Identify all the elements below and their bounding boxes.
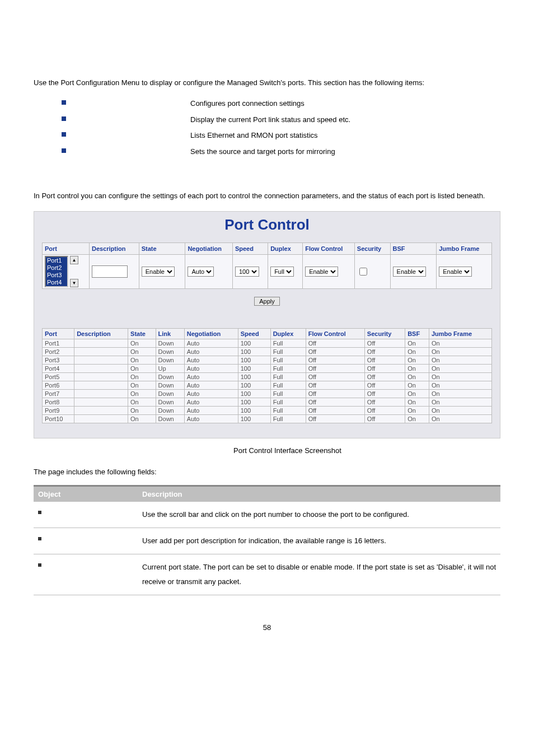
status-cell: On: [429, 415, 491, 423]
status-cell: Down: [156, 373, 184, 381]
feature-item: Port Mirroring Sets the source and targe…: [62, 144, 500, 160]
status-cell: Off: [306, 407, 364, 415]
status-cell: 100: [238, 398, 270, 407]
scroll-up-button[interactable]: ▲: [70, 256, 78, 264]
status-cell: Down: [156, 398, 184, 407]
duplex-select[interactable]: Full: [270, 267, 294, 277]
status-row: Port7OnDownAuto100FullOffOffOnOn: [43, 390, 492, 398]
status-cell: [74, 365, 128, 373]
col-description: Description: [89, 243, 139, 255]
status-cell: Auto: [184, 390, 238, 398]
port-config-table: Port Description State Negotiation Speed…: [42, 242, 492, 289]
status-cell: On: [405, 381, 429, 390]
bsf-select[interactable]: Enable: [393, 267, 426, 277]
status-cell: 100: [238, 415, 270, 423]
status-cell: Auto: [184, 348, 238, 356]
feature-desc: Display the current Port link status and…: [190, 115, 350, 124]
feature-desc: Sets the source and target ports for mir…: [190, 147, 335, 156]
obj-header-row: Object Description: [34, 486, 500, 502]
status-cell: On: [405, 339, 429, 348]
status-cell: Down: [156, 415, 184, 423]
status-cell: On: [405, 398, 429, 407]
status-cell: Down: [156, 381, 184, 390]
status-cell: Auto: [184, 356, 238, 365]
status-row: Port2OnDownAuto100FullOffOffOnOn: [43, 348, 492, 356]
port-select-list[interactable]: Port1 Port2 Port3 Port4: [45, 256, 68, 287]
obj-label: State: [45, 560, 63, 568]
status-cell: Down: [156, 356, 184, 365]
scroll-down-button[interactable]: ▼: [70, 279, 78, 287]
apply-button[interactable]: Apply: [254, 297, 280, 306]
flow-control-select[interactable]: Enable: [305, 267, 338, 277]
jumbo-select[interactable]: Enable: [439, 267, 472, 277]
status-row: Port9OnDownAuto100FullOffOffOnOn: [43, 407, 492, 415]
feature-list: Port Configuration Configures port conne…: [62, 96, 500, 160]
feature-label: Port Status: [75, 112, 114, 128]
status-cell: On: [128, 339, 156, 348]
bullet-icon: [38, 563, 41, 567]
status-header-row: Port Description State Link Negotiation …: [43, 329, 492, 339]
obj-label: Description: [45, 534, 85, 542]
square-bullet-icon: [62, 100, 66, 105]
status-cell: Off: [306, 365, 364, 373]
scol-state: State: [128, 329, 156, 339]
status-cell: Port3: [43, 356, 74, 365]
scol-bsf: BSF: [405, 329, 429, 339]
config-header-row: Port Description State Negotiation Speed…: [43, 243, 492, 255]
obj-head-object: Object: [34, 486, 138, 502]
col-flow-control: Flow Control: [303, 243, 355, 255]
port-control-screenshot: Port Control Port Description State Nego…: [34, 211, 500, 438]
state-select[interactable]: Enable: [142, 267, 175, 277]
status-cell: On: [405, 415, 429, 423]
figure-text: Port Control Interface Screenshot: [233, 446, 341, 455]
status-cell: Auto: [184, 398, 238, 407]
col-bsf: BSF: [390, 243, 437, 255]
scol-negotiation: Negotiation: [184, 329, 238, 339]
status-cell: 100: [238, 348, 270, 356]
status-cell: 100: [238, 365, 270, 373]
status-cell: [74, 381, 128, 390]
object-description-table: Object Description Port Use the scroll b…: [34, 485, 500, 595]
status-cell: Auto: [184, 415, 238, 423]
security-checkbox[interactable]: [359, 268, 367, 276]
obj-head-desc: Description: [138, 486, 500, 502]
scol-link: Link: [156, 329, 184, 339]
obj-desc: Use the scroll bar and click on the port…: [138, 502, 500, 528]
status-cell: Off: [306, 398, 364, 407]
status-cell: Off: [364, 398, 405, 407]
status-cell: Off: [306, 348, 364, 356]
col-negotiation: Negotiation: [185, 243, 233, 255]
feature-desc: Configures port connection settings: [190, 99, 305, 108]
square-bullet-icon: [62, 116, 66, 121]
square-bullet-icon: [62, 148, 66, 153]
status-cell: On: [405, 365, 429, 373]
feature-item: Port Statistics Lists Ethernet and RMON …: [62, 128, 500, 144]
scol-duplex: Duplex: [270, 329, 306, 339]
status-cell: 100: [238, 407, 270, 415]
status-cell: Off: [306, 390, 364, 398]
col-duplex: Duplex: [268, 243, 303, 255]
status-cell: Auto: [184, 381, 238, 390]
status-cell: On: [429, 390, 491, 398]
status-cell: Up: [156, 365, 184, 373]
status-cell: On: [429, 348, 491, 356]
speed-select[interactable]: 100: [235, 267, 259, 277]
status-cell: Off: [364, 356, 405, 365]
status-cell: On: [128, 398, 156, 407]
status-cell: On: [429, 381, 491, 390]
status-cell: On: [128, 373, 156, 381]
status-cell: Port5: [43, 373, 74, 381]
obj-row: Description User add per port descriptio…: [34, 528, 500, 554]
status-row: Port6OnDownAuto100FullOffOffOnOn: [43, 381, 492, 390]
negotiation-select[interactable]: Auto: [188, 267, 214, 277]
status-cell: Port10: [43, 415, 74, 423]
status-cell: Auto: [184, 339, 238, 348]
status-cell: Off: [306, 415, 364, 423]
obj-row: Port Use the scroll bar and click on the…: [34, 502, 500, 528]
status-cell: Port4: [43, 365, 74, 373]
intro-text: Use the Port Configuration Menu to displ…: [34, 76, 500, 90]
description-input[interactable]: [92, 265, 128, 278]
status-cell: On: [128, 381, 156, 390]
obj-desc: Current port state. The port can be set …: [138, 554, 500, 595]
status-cell: Full: [270, 390, 306, 398]
